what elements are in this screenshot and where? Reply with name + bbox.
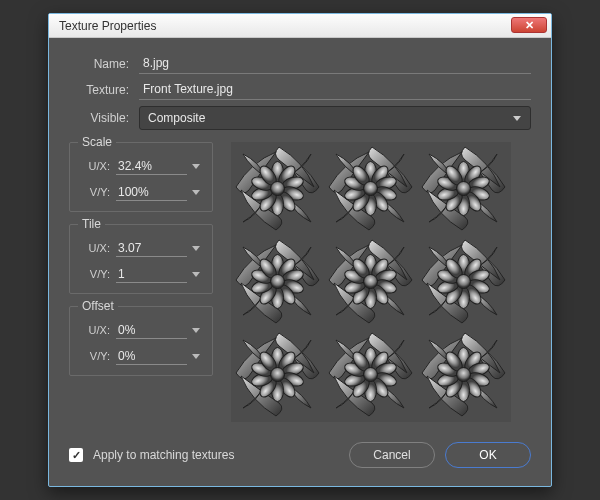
controls-column: Scale U/X: 32.4% V/Y: 100% Tile [69,142,213,422]
offset-ux-input[interactable]: 0% [116,321,187,339]
close-button[interactable]: ✕ [511,17,547,33]
titlebar[interactable]: Texture Properties ✕ [49,14,551,38]
close-icon: ✕ [525,19,534,32]
apply-checkbox[interactable]: ✓ [69,448,83,462]
texture-preview [231,142,511,422]
name-label: Name: [69,57,129,71]
offset-vy-input[interactable]: 0% [116,347,187,365]
offset-ux-label: U/X: [80,324,110,336]
tile-vy-label: V/Y: [80,268,110,280]
scale-ux-input[interactable]: 32.4% [116,157,187,175]
offset-title: Offset [78,299,118,313]
svg-rect-12 [231,142,511,422]
scale-vy-input[interactable]: 100% [116,183,187,201]
window-title: Texture Properties [59,19,156,33]
chevron-down-icon[interactable] [190,246,202,251]
visible-select[interactable]: Composite [139,106,531,130]
chevron-down-icon[interactable] [190,272,202,277]
texture-label: Texture: [69,83,129,97]
texture-input[interactable]: Front Texture.jpg [139,80,531,100]
tile-title: Tile [78,217,105,231]
scale-group: Scale U/X: 32.4% V/Y: 100% [69,142,213,212]
chevron-down-icon[interactable] [190,354,202,359]
footer: ✓ Apply to matching textures Cancel OK [69,442,531,468]
name-input[interactable]: 8.jpg [139,54,531,74]
ok-button[interactable]: OK [445,442,531,468]
tile-vy-input[interactable]: 1 [116,265,187,283]
chevron-down-icon[interactable] [190,328,202,333]
scale-ux-label: U/X: [80,160,110,172]
scale-title: Scale [78,135,116,149]
chevron-down-icon[interactable] [190,190,202,195]
dialog-body: Name: 8.jpg Texture: Front Texture.jpg V… [49,38,551,486]
apply-label: Apply to matching textures [93,448,234,462]
cancel-button[interactable]: Cancel [349,442,435,468]
tile-group: Tile U/X: 3.07 V/Y: 1 [69,224,213,294]
offset-vy-label: V/Y: [80,350,110,362]
texture-properties-dialog: Texture Properties ✕ Name: 8.jpg Texture… [48,13,552,487]
scale-vy-label: V/Y: [80,186,110,198]
chevron-down-icon[interactable] [190,164,202,169]
offset-group: Offset U/X: 0% V/Y: 0% [69,306,213,376]
visible-value: Composite [148,111,205,125]
tile-ux-input[interactable]: 3.07 [116,239,187,257]
visible-label: Visible: [69,111,129,125]
tile-ux-label: U/X: [80,242,110,254]
